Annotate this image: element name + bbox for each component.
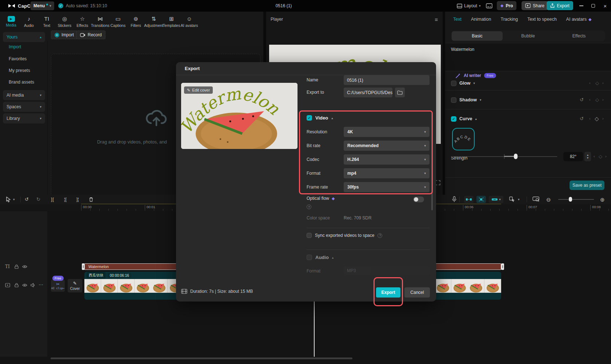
chevron-down-icon[interactable]: ▾ xyxy=(518,198,520,201)
tab-captions[interactable]: ▭Captions xyxy=(109,13,127,30)
field-select[interactable]: mp4▾ xyxy=(344,168,430,178)
lock-icon[interactable] xyxy=(15,283,19,287)
chevron-up-icon[interactable]: ▴ xyxy=(331,116,333,120)
keyframe-diamond-icon[interactable]: ◇ xyxy=(595,80,599,86)
strength-stepper[interactable]: ▲▼ xyxy=(584,152,591,161)
subtab-effects[interactable]: Effects xyxy=(554,31,604,41)
eye-icon[interactable] xyxy=(22,265,27,268)
timeline-scrollbar[interactable] xyxy=(51,357,352,359)
optical-flow-toggle[interactable] xyxy=(413,197,424,202)
keyframe-prev-icon[interactable]: ‹ xyxy=(589,81,591,85)
close-button[interactable]: × xyxy=(600,0,611,12)
chevron-up-icon[interactable]: ▴ xyxy=(332,256,334,259)
import-button[interactable]: +Import xyxy=(51,31,77,39)
tab-tracking[interactable]: Tracking xyxy=(501,17,518,22)
tab-text[interactable]: Text xyxy=(453,17,462,22)
voiceover-mic-icon[interactable] xyxy=(452,196,456,202)
player-menu-icon[interactable]: ≡ xyxy=(435,16,438,23)
text-content-input[interactable]: Watermelon xyxy=(445,43,611,71)
curve-style-tile[interactable]: ABCDE xyxy=(452,128,475,150)
stepper-down-icon[interactable]: ▼ xyxy=(587,157,589,159)
delete-icon[interactable] xyxy=(89,197,93,202)
dialog-scrollbar[interactable] xyxy=(431,113,433,210)
sync-checkbox[interactable] xyxy=(307,233,312,238)
tab-stickers[interactable]: ◎Stickers xyxy=(56,13,73,30)
split-icon[interactable]: ][ xyxy=(51,197,54,202)
sidebar-item-import[interactable]: Import xyxy=(9,43,45,51)
timeline-zoom-slider[interactable] xyxy=(558,199,594,200)
tab-adjustment[interactable]: ⇅Adjustment xyxy=(145,13,163,30)
export-button-top[interactable]: Export xyxy=(547,1,573,10)
tab-ai-avatars[interactable]: ☺AI avatars xyxy=(180,13,198,30)
name-input[interactable]: 0516 (1) xyxy=(344,75,430,85)
tab-animation[interactable]: Animation xyxy=(471,17,491,22)
field-select[interactable]: H.264▾ xyxy=(344,154,430,165)
help-icon[interactable]: ? xyxy=(307,205,311,209)
keyframe-prev-icon[interactable]: ‹ xyxy=(589,116,591,121)
redo-icon[interactable]: ↻ xyxy=(36,197,40,202)
timeline-zoom-thumb[interactable] xyxy=(569,197,572,202)
keyframe-diamond-icon[interactable]: ◇ xyxy=(599,154,602,159)
captions-panel-button[interactable] xyxy=(486,0,492,12)
video-checkbox[interactable]: ✓ xyxy=(307,115,312,121)
help-icon[interactable]: ? xyxy=(378,233,382,238)
ai-writer-button[interactable]: AI writer Free xyxy=(455,72,496,79)
save-as-preset-button[interactable]: Save as preset xyxy=(570,181,604,190)
select-cursor-icon[interactable] xyxy=(6,197,11,202)
glow-checkbox[interactable] xyxy=(451,81,456,86)
share-button[interactable]: Share xyxy=(522,1,548,10)
lock-icon[interactable] xyxy=(15,264,19,269)
minimize-button[interactable] xyxy=(576,0,587,12)
curve-checkbox[interactable]: ✓ xyxy=(451,116,456,122)
speaker-icon[interactable] xyxy=(31,283,35,287)
tab-filters[interactable]: ⊚Filters xyxy=(127,13,145,30)
sidebar-item-spaces[interactable]: Spaces▾ xyxy=(3,102,45,112)
reset-icon[interactable]: ↺ xyxy=(580,97,584,102)
zoom-in-icon[interactable]: ⊕ xyxy=(600,197,605,203)
keyframe-next-icon[interactable]: › xyxy=(605,154,607,158)
fullscreen-icon[interactable] xyxy=(435,180,440,185)
audio-format-select[interactable]: MP3 xyxy=(344,266,430,275)
tab-templates[interactable]: ⊞Templates xyxy=(163,13,180,30)
stepper-up-icon[interactable]: ▲ xyxy=(587,154,589,157)
dialog-cancel-button[interactable]: Cancel xyxy=(404,287,430,298)
sidebar-item-favorites[interactable]: Favorites xyxy=(9,54,45,63)
record-button[interactable]: Record xyxy=(76,31,105,39)
field-select[interactable]: Recommended▾ xyxy=(344,141,430,151)
dialog-export-button[interactable]: Export xyxy=(376,287,400,298)
keyframe-prev-icon[interactable]: ‹ xyxy=(589,97,591,102)
magnetic-snap-toggle[interactable] xyxy=(476,196,486,203)
tab-text[interactable]: TIText xyxy=(38,13,56,30)
keyframe-prev-icon[interactable]: ‹ xyxy=(594,154,595,158)
subtab-basic[interactable]: Basic xyxy=(452,31,503,41)
shadow-checkbox[interactable] xyxy=(451,97,456,103)
menu-button[interactable]: Menu▾ xyxy=(31,1,54,10)
edit-cover-button[interactable]: ✎Edit cover xyxy=(184,86,213,94)
export-path-input[interactable]: C:/Users/TOPGUS/Desktop/0516 (1).... xyxy=(344,88,392,97)
chevron-down-icon[interactable]: ▾ xyxy=(13,198,15,201)
keyframe-next-icon[interactable]: › xyxy=(602,81,604,85)
keyframe-next-icon[interactable]: › xyxy=(602,97,604,102)
ai-clip-button[interactable]: ✂ AI clip⋯ xyxy=(51,280,65,292)
sidebar-item-ai-media[interactable]: AI media▾ xyxy=(3,90,45,100)
text-clip-right-handle[interactable] xyxy=(501,263,504,270)
strength-value-field[interactable]: 82° xyxy=(563,152,583,161)
tab-text-to-speech[interactable]: Text to speech xyxy=(527,17,557,22)
keyframe-diamond-icon[interactable]: ◇ xyxy=(595,97,599,102)
track-more-icon[interactable]: ⋯ xyxy=(39,282,43,287)
sidebar-item-yours[interactable]: Yours▴ xyxy=(3,32,45,42)
reset-icon[interactable]: ↺ xyxy=(580,116,584,121)
tab-media[interactable]: ▶ Media xyxy=(2,13,20,30)
layout-button[interactable]: Layout▾ xyxy=(457,0,481,12)
sidebar-item-my-presets[interactable]: My presets xyxy=(9,66,45,75)
browse-folder-button[interactable] xyxy=(395,88,405,97)
link-clips-toggle[interactable]: ▾ xyxy=(489,196,503,203)
audio-checkbox[interactable] xyxy=(307,255,312,260)
sidebar-item-library[interactable]: Library▾ xyxy=(3,113,45,124)
cover-button[interactable]: ✎ Cover xyxy=(68,279,82,292)
eye-icon[interactable] xyxy=(22,283,27,287)
auto-splice-toggle[interactable] xyxy=(464,196,474,203)
split-keep-left-icon[interactable]: ¦[ xyxy=(64,197,67,202)
strength-slider-thumb[interactable] xyxy=(514,154,518,159)
subtab-bubble[interactable]: Bubble xyxy=(503,31,554,41)
